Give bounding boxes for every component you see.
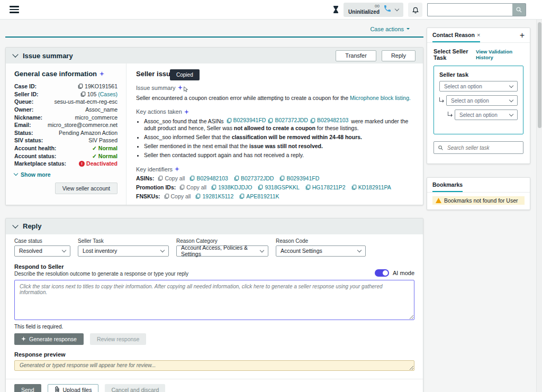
copy-icon[interactable] xyxy=(78,84,83,89)
send-button[interactable]: Send xyxy=(14,384,41,392)
generate-response-button[interactable]: Generate response xyxy=(14,333,84,345)
identifier-link[interactable]: B029482103 xyxy=(189,175,228,181)
copied-tooltip: Copied xyxy=(170,69,200,80)
copy-icon[interactable] xyxy=(164,194,169,199)
asin-link[interactable]: B029482103 xyxy=(310,117,349,124)
case-status-select[interactable]: Resolved xyxy=(14,245,70,257)
copy-star-icon[interactable] xyxy=(100,71,104,76)
copy-icon[interactable] xyxy=(211,185,216,190)
case-info-row: Owner:Assoc_name xyxy=(14,106,118,114)
issue-summary-title: Issue summary xyxy=(23,52,73,60)
seller-task-select-level-2[interactable]: Select an option xyxy=(446,95,518,106)
copy-star-icon[interactable] xyxy=(184,110,189,114)
hamburger-menu-button[interactable] xyxy=(7,4,21,15)
identifier-link[interactable]: B027372JDD xyxy=(234,175,274,181)
copy-icon[interactable] xyxy=(279,176,285,181)
case-info-row: Queue:sesu-us-mat-ecm-reg-esc xyxy=(14,98,118,106)
reason-category-select[interactable]: Account Access, Policies & Settings xyxy=(176,245,268,257)
copy-icon[interactable] xyxy=(310,118,315,123)
tab-contact-reason[interactable]: Contact Reason × xyxy=(432,28,480,42)
page-content: Case actions Issue summary Transfer Repl… xyxy=(0,20,537,392)
identifier-link[interactable]: 19281K5112 xyxy=(195,193,233,199)
phone-status-widget[interactable]: 00 Uninitialized xyxy=(344,3,403,17)
search-seller-task-input[interactable] xyxy=(446,144,519,151)
copy-icon[interactable] xyxy=(158,176,163,181)
seller-task-select-level-3[interactable]: Select an option xyxy=(455,110,518,120)
copy-icon[interactable] xyxy=(305,185,311,190)
view-validation-history-link[interactable]: View Validation History xyxy=(476,49,523,60)
copy-star-icon[interactable] xyxy=(178,85,183,90)
notifications-button[interactable] xyxy=(408,3,422,17)
status-ok-value: ✓Normal xyxy=(92,145,118,151)
case-info-value: SIV Passed xyxy=(88,137,118,143)
copy-icon[interactable] xyxy=(351,185,357,190)
identifier-link[interactable]: B0293941FD xyxy=(279,175,319,181)
response-preview-textarea[interactable] xyxy=(14,360,414,371)
case-info-value: micro_commerce xyxy=(75,114,118,121)
identifier-link[interactable]: 9318GSPKKL xyxy=(258,184,299,190)
asin-link[interactable]: B0293941FD xyxy=(227,117,266,124)
copy-star-icon[interactable] xyxy=(175,167,179,171)
session-timer-icon[interactable] xyxy=(333,6,339,13)
chevron-down-icon xyxy=(509,97,513,102)
copy-icon[interactable] xyxy=(258,185,263,190)
key-action-item: Assoc_soo informed Seller that the class… xyxy=(144,134,413,141)
global-search-button[interactable] xyxy=(512,3,526,16)
copy-icon[interactable] xyxy=(227,118,232,123)
scrollbar-thumb[interactable] xyxy=(538,22,541,128)
ai-mode-toggle[interactable] xyxy=(375,269,389,277)
upload-files-button[interactable]: Upload files xyxy=(48,384,99,392)
review-response-button[interactable]: Review response xyxy=(90,333,147,345)
case-info-value: sesu-us-mat-ecm-reg-esc xyxy=(54,98,118,105)
key-action-item: Seller then contacted support again and … xyxy=(144,152,413,159)
show-more-link[interactable]: Show more xyxy=(14,171,51,178)
copy-icon[interactable] xyxy=(268,118,273,123)
search-icon xyxy=(516,6,522,13)
listing-link[interactable]: Microphone block listing. xyxy=(350,95,411,101)
add-tab-button[interactable]: + xyxy=(520,31,525,40)
reply-button[interactable]: Reply xyxy=(382,50,415,61)
global-search-input[interactable] xyxy=(427,3,512,16)
case-actions-link[interactable]: Case actions xyxy=(370,26,410,32)
cases-link[interactable]: (Cases) xyxy=(98,91,118,97)
check-icon: ✓ xyxy=(92,145,97,151)
copy-icon[interactable] xyxy=(234,176,239,181)
case-info-row: Nickname:micro_commerce xyxy=(14,113,118,121)
reason-code-select[interactable]: Account Settings xyxy=(276,245,366,257)
identifier-link[interactable]: 1938KDJDJO xyxy=(211,184,252,190)
copy-icon[interactable] xyxy=(195,194,201,199)
copy-icon[interactable] xyxy=(179,185,185,190)
seller-task-label: Seller Task xyxy=(78,238,169,244)
case-info-row: SIV status:SIV Passed xyxy=(14,136,118,144)
respond-textarea[interactable] xyxy=(14,280,414,320)
copy-icon[interactable] xyxy=(80,92,86,97)
reply-title: Reply xyxy=(23,222,41,230)
copy-all-button[interactable]: Copy all xyxy=(179,184,206,190)
transfer-button[interactable]: Transfer xyxy=(336,50,376,61)
close-tab-icon[interactable]: × xyxy=(477,32,480,38)
collapse-section-icon[interactable] xyxy=(12,222,18,228)
chevron-down-icon xyxy=(395,6,399,11)
copy-all-button[interactable]: Copy all xyxy=(158,175,185,181)
cancel-discard-button[interactable]: Cancel and discard xyxy=(105,384,165,392)
status-ok-value: ✓Normal xyxy=(92,153,118,159)
copy-icon[interactable] xyxy=(239,194,245,199)
seller-task-select-level-1[interactable]: Select an option xyxy=(439,81,518,92)
tab-bookmarks[interactable]: Bookmarks xyxy=(432,178,463,192)
asin-link[interactable]: B027372JDD xyxy=(268,117,308,124)
issue-summary-header: Issue summary Transfer Reply xyxy=(6,48,423,63)
identifier-link[interactable]: HG178211P2 xyxy=(305,184,346,190)
seller-task-select[interactable]: Lost inventory xyxy=(78,245,169,257)
page-scrollbar[interactable] xyxy=(536,20,542,392)
identifier-link[interactable]: KD182911PA xyxy=(351,184,391,190)
copy-all-button[interactable]: Copy all xyxy=(164,193,191,199)
identifier-link[interactable]: APE819211K xyxy=(239,193,279,199)
copy-icon[interactable] xyxy=(189,176,195,181)
collapse-section-icon[interactable] xyxy=(12,51,18,57)
identifier-label: ASINs: xyxy=(136,175,154,181)
view-seller-account-button[interactable]: View seller account xyxy=(55,183,118,194)
respond-to-seller-label: Respond to Seller xyxy=(14,263,188,270)
case-info-label: Status: xyxy=(14,130,33,136)
ai-mode-label: AI mode xyxy=(393,270,414,276)
branch-arrow-icon xyxy=(448,112,452,116)
